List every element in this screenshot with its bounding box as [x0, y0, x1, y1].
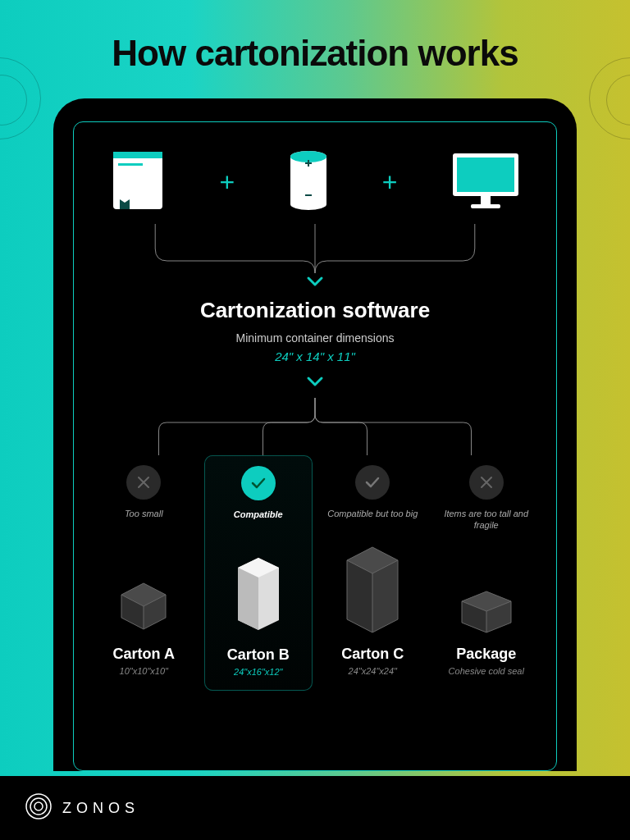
svg-point-13: [30, 798, 47, 815]
cartons-row: Too small Carton A 10"x10"x10" Compatibl: [90, 455, 540, 691]
main-panel: + +: [53, 98, 577, 771]
chevron-down-icon: [90, 272, 540, 291]
status-label: Items are too tall and fragile: [438, 508, 536, 532]
carton-card-a: Too small Carton A 10"x10"x10": [90, 455, 198, 691]
box-graphic: [230, 545, 287, 635]
svg-rect-7: [305, 194, 312, 196]
x-icon: [126, 465, 161, 500]
software-dimensions: 24" x 14" x 11": [90, 349, 540, 363]
svg-rect-9: [457, 158, 514, 192]
carton-dims: 24"x16"x12": [234, 667, 282, 677]
software-subtitle: Minimum container dimensions: [90, 331, 540, 345]
carton-dims: Cohesive cold seal: [449, 666, 524, 676]
carton-name: Carton A: [113, 646, 175, 663]
plus-icon: +: [382, 167, 398, 198]
status-label: Compatible but too big: [327, 508, 418, 532]
svg-rect-2: [118, 163, 143, 166]
connector-bottom: [107, 398, 523, 455]
carton-dims: 10"x10"x10": [120, 666, 168, 676]
svg-rect-1: [113, 152, 162, 158]
carton-name: Package: [456, 646, 516, 663]
check-icon: [355, 465, 390, 500]
chevron-down-icon: [90, 372, 540, 391]
carton-card-c: Compatible but too big Carton C 24"x24"x…: [319, 455, 427, 691]
carton-card-package: Items are too tall and fragile Package C…: [433, 455, 541, 691]
battery-icon: [287, 150, 330, 214]
connector-top: [131, 224, 499, 273]
carton-dims: 24"x24"x24": [349, 666, 397, 676]
svg-point-5: [290, 199, 326, 210]
svg-rect-11: [471, 204, 500, 208]
box-graphic: [455, 544, 518, 634]
plus-icon: +: [220, 167, 235, 198]
carton-name: Carton B: [227, 646, 290, 664]
software-section: Cartonization software Minimum container…: [90, 298, 540, 363]
footer: ZONOS: [0, 776, 630, 840]
carton-card-b: Compatible Carton B 24"x16"x12": [204, 455, 313, 691]
brand-logo-icon: [25, 792, 52, 824]
carton-name: Carton C: [341, 646, 404, 663]
status-label: Compatible: [234, 509, 283, 533]
book-icon: [108, 148, 167, 216]
panel-inner: + +: [73, 121, 557, 771]
box-graphic: [340, 544, 404, 634]
page-title: How cartonization works: [0, 0, 630, 98]
check-icon: [241, 466, 276, 500]
items-row: + +: [90, 148, 540, 216]
svg-rect-10: [481, 196, 491, 204]
x-icon: [469, 465, 504, 500]
svg-point-14: [34, 802, 43, 810]
status-label: Too small: [125, 508, 163, 532]
software-title: Cartonization software: [90, 298, 540, 323]
monitor-icon: [450, 150, 522, 214]
box-graphic: [115, 544, 172, 634]
brand-name: ZONOS: [62, 800, 139, 817]
